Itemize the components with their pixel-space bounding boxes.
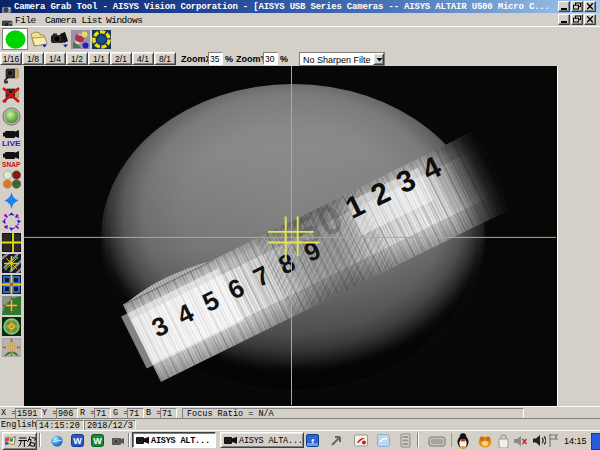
svg-text:W: W xyxy=(93,436,102,446)
svg-text:SNAP: SNAP xyxy=(2,160,21,168)
svg-text:LIVE: LIVE xyxy=(2,139,21,147)
svg-text:W: W xyxy=(73,436,82,446)
